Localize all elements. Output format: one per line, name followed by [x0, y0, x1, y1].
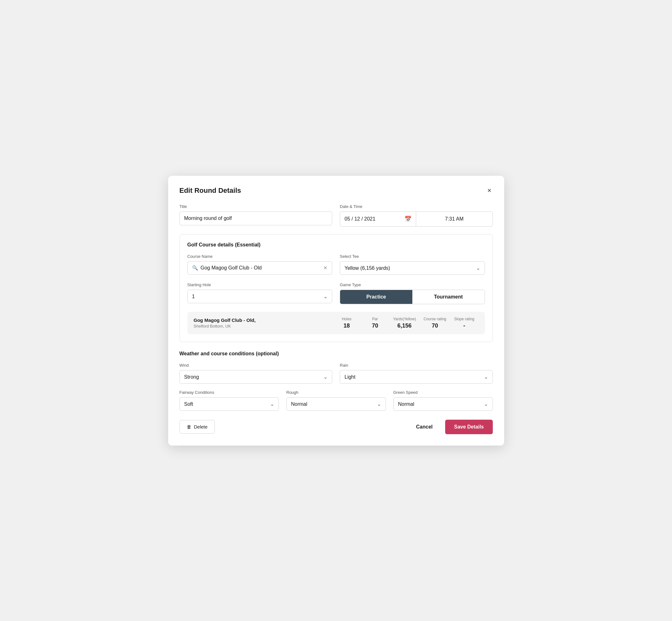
modal-title: Edit Round Details: [179, 187, 241, 195]
date-time-group: 05 / 12 / 2021 📅 7:31 AM: [340, 211, 493, 226]
rain-label: Rain: [340, 363, 493, 368]
weather-section: Weather and course conditions (optional)…: [179, 351, 493, 411]
wind-rain-row: Wind StrongCalmLightModerate ⌄ Rain Ligh…: [179, 363, 493, 384]
date-field[interactable]: 05 / 12 / 2021 📅: [340, 212, 416, 226]
fairway-wrapper: SoftNormalHardWet ⌄: [179, 397, 279, 411]
game-type-group: Game Type Practice Tournament: [340, 282, 485, 304]
course-info-location: Shelford Bottom, UK: [194, 324, 333, 329]
yards-value: 6,156: [393, 323, 416, 329]
game-type-toggle: Practice Tournament: [340, 290, 485, 304]
course-rating-stat: Course rating 70: [420, 317, 450, 329]
starting-hole-label: Starting Hole: [187, 282, 333, 287]
starting-hole-dropdown[interactable]: 1234 5678 910: [188, 290, 332, 303]
modal-header: Edit Round Details ×: [179, 186, 493, 195]
holes-value: 18: [336, 323, 357, 329]
par-stat: Par 70: [361, 317, 389, 329]
modal-footer: 🗑 Delete Cancel Save Details: [179, 420, 493, 434]
datetime-label: Date & Time: [340, 204, 493, 209]
wind-dropdown[interactable]: StrongCalmLightModerate: [180, 370, 332, 383]
holes-label: Holes: [336, 317, 357, 321]
slope-rating-value: -: [454, 323, 475, 329]
fairway-label: Fairway Conditions: [179, 390, 279, 395]
title-datetime-row: Title Date & Time 05 / 12 / 2021 📅 7:31 …: [179, 204, 493, 226]
course-info-name-group: Gog Magog Golf Club - Old, Shelford Bott…: [194, 318, 333, 329]
time-value: 7:31 AM: [445, 216, 464, 222]
wind-group: Wind StrongCalmLightModerate ⌄: [179, 363, 333, 384]
par-value: 70: [365, 323, 385, 329]
green-speed-dropdown[interactable]: NormalSlowFastVery Fast: [394, 398, 493, 411]
slope-rating-stat: Slope rating -: [450, 317, 478, 329]
green-speed-wrapper: NormalSlowFastVery Fast ⌄: [393, 397, 493, 411]
course-name-group: Course Name 🔍 Gog Magog Golf Club - Old …: [187, 254, 333, 275]
rough-wrapper: NormalSoftHardThick ⌄: [287, 397, 386, 411]
yards-label: Yards(Yellow): [393, 317, 416, 321]
fairway-group: Fairway Conditions SoftNormalHardWet ⌄: [179, 390, 279, 411]
starting-hole-wrapper: 1234 5678 910 ⌄: [187, 290, 333, 303]
close-button[interactable]: ×: [486, 186, 493, 195]
course-tee-row: Course Name 🔍 Gog Magog Golf Club - Old …: [187, 254, 485, 275]
cancel-button[interactable]: Cancel: [411, 420, 437, 433]
search-icon: 🔍: [192, 265, 198, 271]
rain-dropdown[interactable]: LightNoneHeavyModerate: [340, 370, 493, 383]
time-field[interactable]: 7:31 AM: [416, 212, 492, 226]
wind-wrapper: StrongCalmLightModerate ⌄: [179, 370, 333, 384]
select-tee-group: Select Tee Yellow (6,156 yards) White Re…: [340, 254, 485, 275]
title-label: Title: [179, 204, 333, 209]
datetime-field-group: Date & Time 05 / 12 / 2021 📅 7:31 AM: [340, 204, 493, 226]
rough-dropdown[interactable]: NormalSoftHardThick: [287, 398, 385, 411]
select-tee-dropdown[interactable]: Yellow (6,156 yards) White Red Blue: [340, 261, 485, 275]
date-value: 05 / 12 / 2021: [344, 216, 375, 222]
course-name-search[interactable]: 🔍 Gog Magog Golf Club - Old ✕: [187, 261, 333, 275]
delete-label: Delete: [194, 424, 208, 429]
starting-hole-group: Starting Hole 1234 5678 910 ⌄: [187, 282, 333, 304]
holes-stat: Holes 18: [333, 317, 361, 329]
weather-section-title: Weather and course conditions (optional): [179, 351, 493, 357]
golf-course-section: Golf Course details (Essential) Course N…: [179, 234, 493, 342]
fairway-dropdown[interactable]: SoftNormalHardWet: [180, 398, 279, 411]
clear-course-icon[interactable]: ✕: [323, 265, 328, 271]
rain-wrapper: LightNoneHeavyModerate ⌄: [340, 370, 493, 384]
wind-label: Wind: [179, 363, 333, 368]
rough-label: Rough: [287, 390, 386, 395]
select-tee-label: Select Tee: [340, 254, 485, 259]
edit-round-modal: Edit Round Details × Title Date & Time 0…: [168, 176, 504, 446]
select-tee-wrapper: Yellow (6,156 yards) White Red Blue ⌄: [340, 261, 485, 275]
save-button[interactable]: Save Details: [445, 420, 493, 434]
calendar-icon: 📅: [405, 215, 411, 222]
rough-group: Rough NormalSoftHardThick ⌄: [287, 390, 386, 411]
course-info-row: Gog Magog Golf Club - Old, Shelford Bott…: [187, 312, 485, 334]
course-rating-label: Course rating: [423, 317, 446, 321]
conditions-row: Fairway Conditions SoftNormalHardWet ⌄ R…: [179, 390, 493, 411]
green-speed-group: Green Speed NormalSlowFastVery Fast ⌄: [393, 390, 493, 411]
title-input[interactable]: [179, 211, 333, 225]
course-name-value: Gog Magog Golf Club - Old: [201, 265, 324, 271]
practice-button[interactable]: Practice: [340, 290, 412, 304]
tournament-button[interactable]: Tournament: [412, 290, 485, 304]
yards-stat: Yards(Yellow) 6,156: [389, 317, 420, 329]
slope-rating-label: Slope rating: [454, 317, 475, 321]
course-name-label: Course Name: [187, 254, 333, 259]
rain-group: Rain LightNoneHeavyModerate ⌄: [340, 363, 493, 384]
hole-gametype-row: Starting Hole 1234 5678 910 ⌄ Game Type …: [187, 282, 485, 304]
trash-icon: 🗑: [187, 424, 192, 429]
golf-course-section-title: Golf Course details (Essential): [187, 242, 485, 248]
green-speed-label: Green Speed: [393, 390, 493, 395]
course-rating-value: 70: [423, 323, 446, 329]
footer-right: Cancel Save Details: [411, 420, 493, 434]
delete-button[interactable]: 🗑 Delete: [179, 420, 215, 433]
title-field-group: Title: [179, 204, 333, 226]
course-info-name: Gog Magog Golf Club - Old,: [194, 318, 333, 323]
game-type-label: Game Type: [340, 282, 485, 287]
par-label: Par: [365, 317, 385, 321]
